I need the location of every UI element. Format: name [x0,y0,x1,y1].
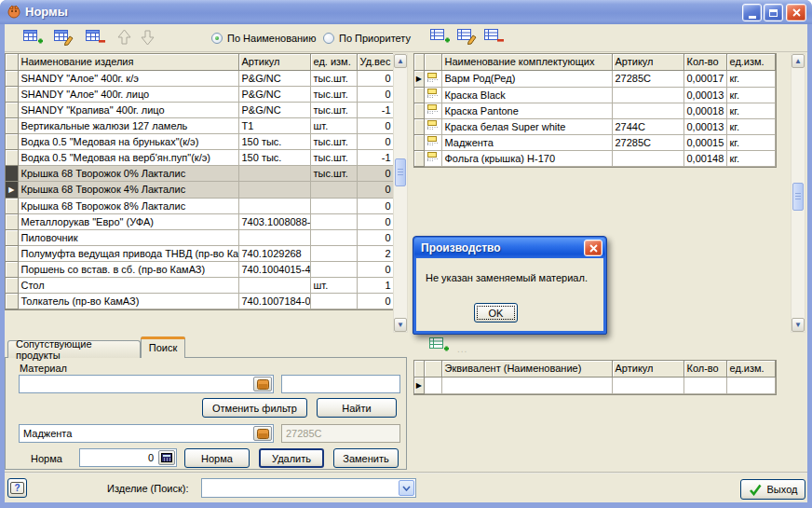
cell-name[interactable]: Толкатель (пр-во КамАЗ) [18,293,238,309]
cell-article[interactable] [238,165,310,181]
cell-qty[interactable]: 0,00018 [683,103,726,118]
cell-article[interactable]: 740.1007184-03 [238,293,310,309]
radio-by-priority[interactable]: По Приоритету [323,33,411,44]
table-row[interactable]: Маджента27285C0,00015кг. [414,134,775,150]
table-row[interactable]: SHANDY "Алое" 400г. лицоP&G/NCтыс.шт.0 [6,86,394,102]
cell-weight[interactable]: -1 [357,149,394,165]
cell-weight[interactable]: 0 [357,261,394,277]
scroll-down-icon[interactable]: ▼ [792,318,805,332]
cell-article[interactable]: 2744C [612,118,683,134]
cell-article[interactable]: P&G/NC [238,70,310,86]
cell-article[interactable]: 150 тыс. [238,149,310,165]
cell-unit[interactable]: шт. [310,277,357,293]
cell-name[interactable]: Фольга (крышка) Н-170 [441,150,612,166]
cell-weight[interactable]: 0 [357,165,394,181]
cell-name[interactable]: SHANDY "Крапива" 400г. лицо [18,102,238,117]
cell-article[interactable] [612,87,683,103]
table-row[interactable]: Краска Pantone0,00018кг. [414,103,775,118]
cell-name[interactable]: Металлорукав "Евро" (УФА) [18,213,238,229]
cell-weight[interactable]: 2 [357,245,394,261]
cell-qty[interactable] [683,377,726,393]
material-folder-button[interactable] [253,377,272,391]
tab-related-products[interactable]: Сопутствующие продукты [7,340,141,358]
table-row[interactable]: Водка 0.5 "Медовая на верб'ян.пуп"(к/э)1… [6,149,394,165]
cell-article[interactable] [238,181,310,198]
cell-qty[interactable]: 0,00148 [683,150,726,166]
table-row[interactable]: ▶ [414,377,775,393]
close-button[interactable] [786,4,806,21]
cell-article[interactable]: Т1 [238,117,310,133]
calculator-button[interactable] [158,450,175,465]
scroll-up-icon[interactable]: ▲ [792,54,805,68]
selected-material-input[interactable] [19,424,274,443]
cell-unit[interactable]: кг. [726,87,775,103]
cell-unit[interactable]: тыс.шт. [310,86,357,102]
product-search-combobox[interactable] [201,478,416,498]
cell-weight[interactable]: 0 [357,213,394,229]
delete-component-icon[interactable] [483,29,505,46]
cell-name[interactable]: Краска Pantone [441,103,612,118]
cell-name[interactable]: Водка 0.5 "Медовая на верб'ян.пуп"(к/э) [18,149,238,165]
cell-weight[interactable]: 0 [357,70,394,86]
scrollbar-thumb[interactable] [792,183,804,211]
cell-name[interactable]: Стол [18,277,238,293]
cell-name[interactable]: Пиловочник [18,229,238,245]
cell-article[interactable]: 7403.1008088-1 [238,213,310,229]
cell-weight[interactable]: 0 [357,133,394,149]
minimize-button[interactable] [742,4,762,21]
cell-unit[interactable]: шт. [310,117,357,133]
cell-name[interactable]: Крышка 68 Творожок 4% Лакталис [18,181,238,198]
cell-unit[interactable] [310,229,357,245]
cell-name[interactable]: Полумуфта ведущая привода ТНВД (пр-во Ка… [18,245,238,261]
cell-article[interactable]: 740.1029268 [238,245,310,261]
scroll-up-icon[interactable]: ▲ [394,54,407,68]
cell-unit[interactable] [310,181,357,198]
cell-unit[interactable]: кг. [726,70,775,87]
cell-name[interactable]: Крышка 68 Творожок 8% Лакталис [18,198,238,213]
cell-name[interactable]: Маджента [441,134,612,150]
cell-article[interactable] [612,377,683,393]
cell-unit[interactable]: тыс.шт. [310,102,357,117]
cell-weight[interactable]: 0 [357,198,394,213]
dialog-titlebar[interactable]: Производство [414,238,605,258]
dialog-close-button[interactable] [584,240,602,256]
titlebar[interactable]: Нормы [0,0,812,24]
cell-article[interactable]: 740.1004015-41 [238,261,310,277]
selected-material-folder-button[interactable] [253,426,272,441]
cell-name[interactable]: SHANDY "Алое" 400г. лицо [18,86,238,102]
delete-button[interactable]: Удалить [259,448,324,468]
edit-component-icon[interactable] [456,29,478,46]
scrollbar-thumb[interactable] [395,158,406,186]
cell-name[interactable]: Краска белая Super white [441,118,612,134]
cell-unit[interactable]: тыс.шт. [310,133,357,149]
cell-unit[interactable] [310,261,357,277]
cell-article[interactable] [612,103,683,118]
tab-search[interactable]: Поиск [141,336,185,358]
cell-name[interactable]: Вертикальные жалюзи 127 ламель [18,117,238,133]
cell-weight[interactable]: 0 [357,229,394,245]
components-scrollbar[interactable]: ▲ ▼ [791,53,805,333]
maximize-button[interactable] [764,4,783,21]
find-button[interactable]: Найти [317,398,397,418]
cell-weight[interactable]: 1 [357,277,394,293]
cell-article[interactable]: 150 тыс. [238,133,310,149]
cell-unit[interactable]: тыс.шт. [310,165,357,181]
norm-button[interactable]: Норма [184,448,250,468]
delete-row-icon[interactable] [85,30,106,47]
cell-article[interactable]: 27285C [612,134,683,150]
table-row[interactable]: Металлорукав "Евро" (УФА)7403.1008088-10 [6,213,394,229]
table-row[interactable]: ▶Крышка 68 Творожок 4% Лакталис0 [6,181,394,198]
table-row[interactable]: Поршень со встав. в сб. (пр-во КамАЗ)740… [6,261,394,277]
table-row[interactable]: SHANDY "Алое" 400г. к/эP&G/NCтыс.шт.0 [6,70,394,86]
add-equivalent-icon[interactable] [428,337,450,354]
cell-name[interactable]: Варм Род(Ред) [441,70,612,87]
add-component-icon[interactable] [429,29,451,46]
table-row[interactable]: Краска Black0,00013кг. [414,87,775,103]
cell-name[interactable]: Водка 0.5 "Медовая на бруньках"(к/э) [18,133,238,149]
cell-unit[interactable] [310,198,357,213]
cell-unit[interactable]: тыс.шт. [310,70,357,86]
scroll-down-icon[interactable]: ▼ [394,318,407,332]
cell-qty[interactable]: 0,00013 [683,118,726,134]
cell-name[interactable]: Поршень со встав. в сб. (пр-во КамАЗ) [18,261,238,277]
cell-article[interactable] [612,150,683,166]
